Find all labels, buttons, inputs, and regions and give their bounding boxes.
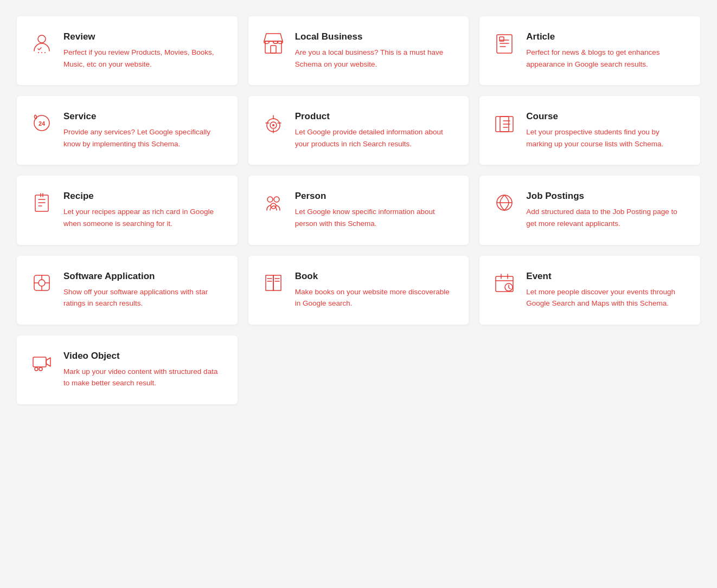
video-object-icon: [30, 351, 54, 374]
svg-rect-10: [500, 37, 504, 41]
card-title-video-object: Video Object: [63, 351, 225, 361]
card-content-review: Review Perfect if you review Products, M…: [63, 31, 225, 70]
svg-point-15: [272, 124, 274, 126]
course-icon: [492, 111, 516, 135]
svg-point-25: [267, 197, 273, 202]
svg-point-0: [38, 35, 46, 43]
card-title-article: Article: [526, 31, 687, 42]
card-content-recipe: Recipe Let your recipes appear as rich c…: [63, 191, 225, 229]
card-recipe[interactable]: Recipe Let your recipes appear as rich c…: [17, 176, 238, 244]
card-title-review: Review: [63, 31, 225, 42]
card-desc-job-postings: Add structured data to the Job Posting p…: [526, 206, 687, 229]
job-postings-icon: [492, 191, 516, 215]
card-content-job-postings: Job Postings Add structured data to the …: [526, 191, 687, 229]
card-video-object[interactable]: Video Object Mark up your video content …: [17, 335, 238, 404]
card-desc-video-object: Mark up your video content with structur…: [63, 366, 225, 389]
card-title-course: Course: [526, 111, 687, 122]
card-desc-article: Perfect for news & blogs to get enhances…: [526, 47, 687, 70]
card-job-postings[interactable]: Job Postings Add structured data to the …: [479, 176, 700, 244]
card-desc-person: Let Google know specific information abo…: [295, 206, 456, 229]
card-desc-event: Let more people discover your events thr…: [526, 286, 687, 309]
card-title-recipe: Recipe: [63, 191, 225, 202]
svg-text:24: 24: [39, 120, 46, 127]
card-article[interactable]: Article Perfect for news & blogs to get …: [479, 16, 700, 85]
card-title-event: Event: [526, 271, 687, 282]
card-desc-book: Make books on your website more discover…: [295, 286, 456, 309]
card-person[interactable]: Person Let Google know specific informat…: [248, 176, 469, 244]
card-service[interactable]: 24 Service Provide any services? Let Goo…: [17, 96, 238, 165]
card-desc-course: Let your prospective students find you b…: [526, 126, 687, 150]
card-local-business[interactable]: Local Business Are you a local business?…: [248, 16, 469, 85]
card-desc-local-business: Are you a local business? This is a must…: [295, 47, 456, 70]
card-desc-recipe: Let your recipes appear as rich card in …: [63, 206, 225, 229]
card-content-book: Book Make books on your website more dis…: [295, 271, 456, 309]
card-desc-review: Perfect if you review Products, Movies, …: [63, 47, 225, 70]
svg-rect-46: [33, 357, 46, 367]
card-review[interactable]: Review Perfect if you review Products, M…: [17, 16, 238, 85]
card-title-service: Service: [63, 111, 225, 122]
schema-grid: Review Perfect if you review Products, M…: [17, 16, 700, 404]
card-book[interactable]: Book Make books on your website more dis…: [248, 256, 469, 325]
software-application-icon: [30, 271, 54, 295]
card-title-local-business: Local Business: [295, 31, 456, 42]
article-icon: [492, 31, 516, 55]
card-content-product: Product Let Google provide detailed info…: [295, 111, 456, 150]
svg-rect-6: [497, 35, 512, 53]
card-title-software-application: Software Application: [63, 271, 225, 282]
card-content-event: Event Let more people discover your even…: [526, 271, 687, 309]
card-course[interactable]: Course Let your prospective students fin…: [479, 96, 700, 165]
local-business-icon: [261, 31, 285, 55]
svg-rect-5: [271, 46, 276, 53]
svg-point-3: [44, 52, 46, 53]
svg-point-48: [39, 367, 42, 371]
recipe-icon: [30, 191, 54, 215]
card-title-product: Product: [295, 111, 456, 122]
review-icon: [30, 31, 54, 55]
card-content-person: Person Let Google know specific informat…: [295, 191, 456, 229]
svg-point-26: [274, 197, 279, 202]
svg-point-1: [38, 52, 39, 53]
card-content-video-object: Video Object Mark up your video content …: [63, 351, 225, 389]
card-content-local-business: Local Business Are you a local business?…: [295, 31, 456, 70]
card-title-book: Book: [295, 271, 456, 282]
service-icon: 24: [30, 111, 54, 135]
book-icon: [261, 271, 285, 295]
card-title-job-postings: Job Postings: [526, 191, 687, 202]
card-content-article: Article Perfect for news & blogs to get …: [526, 31, 687, 70]
card-title-person: Person: [295, 191, 456, 202]
card-content-software-application: Software Application Show off your softw…: [63, 271, 225, 309]
card-product[interactable]: Product Let Google provide detailed info…: [248, 96, 469, 165]
card-content-course: Course Let your prospective students fin…: [526, 111, 687, 150]
svg-point-2: [41, 52, 42, 53]
card-desc-product: Let Google provide detailed information …: [295, 126, 456, 150]
card-desc-software-application: Show off your software applications with…: [63, 286, 225, 309]
card-event[interactable]: Event Let more people discover your even…: [479, 256, 700, 325]
card-software-application[interactable]: Software Application Show off your softw…: [17, 256, 238, 325]
person-icon: [261, 191, 285, 215]
product-icon: [261, 111, 285, 135]
card-content-service: Service Provide any services? Let Google…: [63, 111, 225, 150]
svg-point-47: [35, 367, 38, 371]
card-desc-service: Provide any services? Let Google specifi…: [63, 126, 225, 150]
svg-rect-21: [35, 195, 48, 211]
svg-point-31: [39, 280, 45, 286]
event-icon: [492, 271, 516, 295]
